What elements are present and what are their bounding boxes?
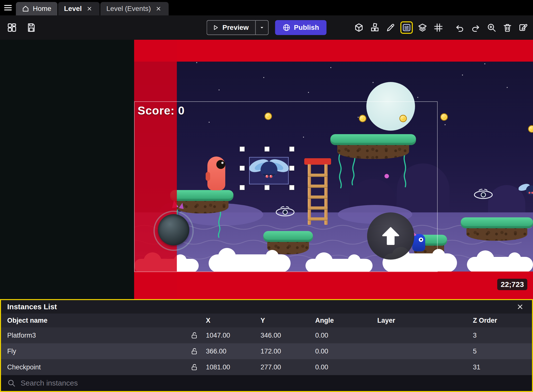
globe-icon bbox=[282, 24, 290, 32]
lock-open-icon[interactable] bbox=[182, 363, 206, 371]
instance-name: Checkpoint bbox=[7, 363, 182, 371]
rename-icon bbox=[518, 23, 528, 33]
grid-icon bbox=[433, 23, 443, 33]
virtual-joystick[interactable] bbox=[153, 211, 194, 251]
main-menu-button[interactable] bbox=[0, 0, 16, 15]
chevron-down-icon bbox=[259, 24, 265, 31]
instance-angle[interactable]: 0.00 bbox=[315, 332, 377, 339]
objects-icon bbox=[370, 23, 380, 33]
col-x: X bbox=[206, 317, 261, 324]
up-arrow-icon bbox=[379, 225, 402, 247]
instance-angle[interactable]: 0.00 bbox=[315, 363, 377, 371]
project-manager-icon bbox=[7, 23, 17, 33]
editor-toolbar: Preview Publish bbox=[0, 15, 533, 40]
col-z-order: Z Order bbox=[473, 317, 526, 324]
out-of-bounds-top bbox=[134, 40, 533, 62]
selection-handle[interactable] bbox=[240, 166, 245, 171]
tab-home-label: Home bbox=[33, 5, 51, 13]
search-instances-input[interactable] bbox=[21, 379, 526, 387]
edit-scene-properties-button[interactable] bbox=[517, 21, 530, 34]
out-of-bounds-bottom bbox=[134, 272, 533, 299]
preview-button[interactable]: Preview bbox=[207, 20, 255, 35]
col-layer: Layer bbox=[377, 317, 473, 324]
lock-open-icon[interactable] bbox=[182, 331, 206, 339]
trash-icon bbox=[502, 23, 512, 33]
col-y: Y bbox=[261, 317, 315, 324]
instance-row[interactable]: Fly 366.00 172.00 0.00 5 bbox=[1, 343, 532, 359]
instances-search-bar bbox=[1, 375, 532, 391]
selection-handle[interactable] bbox=[265, 185, 269, 190]
instances-table-header: Object name X Y Angle Layer Z Order bbox=[1, 314, 532, 327]
selection-handle[interactable] bbox=[289, 166, 294, 171]
objects-list-button[interactable] bbox=[369, 21, 381, 34]
preview-options-button[interactable] bbox=[255, 20, 268, 35]
instance-y[interactable]: 346.00 bbox=[261, 332, 315, 339]
tab-level-label: Level bbox=[64, 5, 82, 13]
selection-handle[interactable] bbox=[240, 147, 245, 152]
instances-list-panel: Instances List Object name X Y Angle Lay… bbox=[0, 299, 533, 392]
instances-panel-title: Instances List bbox=[7, 303, 57, 311]
platform-object[interactable] bbox=[461, 217, 533, 241]
tab-level[interactable]: Level bbox=[58, 2, 100, 15]
scene-editor-canvas[interactable]: Score: 0 bbox=[0, 40, 533, 299]
toggle-3d-view-button[interactable] bbox=[353, 21, 365, 34]
gdevelop-editor: Home Level Level (Events) bbox=[0, 0, 533, 392]
redo-button[interactable] bbox=[469, 21, 482, 34]
coin-object[interactable] bbox=[440, 113, 448, 121]
delete-button[interactable] bbox=[501, 21, 514, 34]
project-manager-button[interactable] bbox=[5, 21, 18, 34]
save-icon bbox=[26, 23, 36, 33]
instance-z[interactable]: 3 bbox=[473, 332, 526, 339]
instance-y[interactable]: 172.00 bbox=[261, 348, 315, 355]
instance-x[interactable]: 1047.00 bbox=[206, 332, 261, 339]
fly-object-selected[interactable] bbox=[248, 155, 290, 184]
game-scene: Score: 0 bbox=[134, 40, 533, 299]
instance-z[interactable]: 31 bbox=[473, 363, 526, 371]
eye-enemy-object[interactable] bbox=[473, 189, 494, 200]
cursor-coordinates-badge: 22;723 bbox=[497, 279, 527, 290]
selection-handle[interactable] bbox=[289, 185, 294, 190]
tab-level-events-label: Level (Events) bbox=[106, 5, 151, 13]
joystick-knob[interactable] bbox=[158, 214, 189, 245]
tab-bar: Home Level Level (Events) bbox=[0, 0, 533, 15]
play-icon bbox=[212, 24, 219, 31]
undo-button[interactable] bbox=[454, 21, 466, 34]
layers-button[interactable] bbox=[416, 21, 429, 34]
instance-name: Platform3 bbox=[7, 332, 182, 339]
hamburger-menu-icon bbox=[3, 3, 12, 12]
instance-y[interactable]: 277.00 bbox=[261, 363, 315, 371]
pencil-icon bbox=[386, 23, 396, 33]
search-icon bbox=[7, 379, 16, 387]
instance-row[interactable]: Checkpoint 1081.00 277.00 0.00 31 bbox=[1, 359, 532, 375]
preview-label: Preview bbox=[223, 24, 249, 32]
selection-handle[interactable] bbox=[265, 147, 269, 152]
instance-x[interactable]: 366.00 bbox=[206, 348, 261, 355]
instance-angle[interactable]: 0.00 bbox=[315, 348, 377, 355]
tab-level-events[interactable]: Level (Events) bbox=[100, 2, 169, 15]
grid-button[interactable] bbox=[432, 21, 445, 34]
instance-row[interactable]: Platform3 1047.00 346.00 0.00 3 bbox=[1, 327, 532, 343]
close-tab-icon[interactable] bbox=[85, 4, 94, 13]
zoom-in-button[interactable] bbox=[485, 21, 498, 34]
edit-object-button[interactable] bbox=[384, 21, 397, 34]
coin-object[interactable] bbox=[528, 125, 533, 133]
close-panel-button[interactable] bbox=[515, 302, 525, 312]
publish-button[interactable]: Publish bbox=[275, 20, 326, 35]
instances-list-button[interactable] bbox=[400, 21, 413, 34]
save-button[interactable] bbox=[25, 21, 38, 34]
instance-x[interactable]: 1081.00 bbox=[206, 363, 261, 371]
col-object-name: Object name bbox=[7, 317, 182, 324]
tab-home[interactable]: Home bbox=[16, 2, 57, 15]
undo-icon bbox=[455, 23, 465, 33]
layers-icon bbox=[418, 23, 427, 33]
close-tab-icon[interactable] bbox=[154, 4, 163, 13]
selection-handle[interactable] bbox=[240, 185, 245, 190]
fly-enemy-object[interactable] bbox=[519, 182, 533, 199]
selection-handle[interactable] bbox=[289, 147, 294, 152]
cube-3d-icon bbox=[354, 23, 364, 33]
jump-button[interactable] bbox=[367, 212, 414, 260]
instance-z[interactable]: 5 bbox=[473, 348, 526, 355]
redo-icon bbox=[471, 23, 481, 33]
home-icon bbox=[22, 5, 29, 12]
lock-open-icon[interactable] bbox=[182, 347, 206, 355]
